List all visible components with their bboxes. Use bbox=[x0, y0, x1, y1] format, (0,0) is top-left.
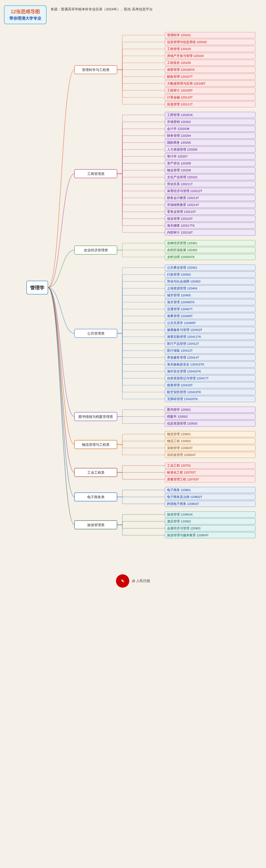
svg-text:公共管理类: 公共管理类 bbox=[87, 332, 105, 336]
svg-text:邮政管理 120107T: 邮政管理 120107T bbox=[167, 75, 193, 78]
svg-text:航空安防管理 120419TK: 航空安防管理 120419TK bbox=[167, 390, 201, 394]
svg-text:信息资源管理 120503: 信息资源管理 120503 bbox=[167, 422, 197, 425]
header-title-line2: 带你理清大学专业 bbox=[8, 16, 42, 21]
mindmap-container: 管理学管理科学与工程类管理科学 120101信息管理与信息系统 120102工程… bbox=[0, 27, 266, 565]
svg-text:图书馆学 120501: 图书馆学 120501 bbox=[167, 408, 191, 411]
svg-text:创业管理 120216T: 创业管理 120216T bbox=[167, 217, 193, 220]
svg-text:资产评估 120208: 资产评估 120208 bbox=[167, 161, 191, 165]
svg-text:农村区域发展 120302: 农村区域发展 120302 bbox=[167, 248, 197, 252]
svg-text:采购管理 120603T: 采购管理 120603T bbox=[167, 446, 193, 450]
svg-text:海事管理 120408T: 海事管理 120408T bbox=[167, 314, 193, 318]
svg-text:物业管理 120209: 物业管理 120209 bbox=[167, 169, 191, 172]
mindmap-svg: 管理学管理科学与工程类管理科学 120101信息管理与信息系统 120102工程… bbox=[0, 27, 266, 564]
footer-logo: 🗞️ bbox=[116, 574, 129, 588]
header-source: 来源：普通高等学校本科专业目录（2024年）、阳光 高考信息平台 bbox=[51, 5, 153, 12]
page-wrapper: 12张思维导图 带你理清大学专业 来源：普通高等学校本科专业目录（2024年）、… bbox=[0, 0, 266, 868]
svg-text:自然资源登记与管理 120417T: 自然资源登记与管理 120417T bbox=[167, 377, 209, 380]
svg-text:工商管理类: 工商管理类 bbox=[87, 172, 105, 176]
svg-text:交通管理 120407T: 交通管理 120407T bbox=[167, 307, 193, 311]
svg-text:旅游管理 120901K: 旅游管理 120901K bbox=[167, 513, 193, 516]
svg-text:国际商务 120205: 国际商务 120205 bbox=[167, 141, 191, 144]
footer-watermark: @ 人民日报 bbox=[132, 579, 150, 583]
svg-text:物流工程 120602: 物流工程 120602 bbox=[167, 439, 191, 443]
svg-text:土地资源管理 120404: 土地资源管理 120404 bbox=[167, 287, 197, 290]
svg-text:无障碍管理 120420TK: 无障碍管理 120420TK bbox=[167, 397, 198, 401]
svg-text:乡村治理 120303TK: 乡村治理 120303TK bbox=[167, 255, 195, 258]
footer-logo-text: 🗞️ bbox=[121, 579, 124, 583]
svg-text:医疗保险 120413T: 医疗保险 120413T bbox=[167, 349, 193, 352]
svg-text:审计学 120207: 审计学 120207 bbox=[167, 155, 188, 158]
header-title-box: 12张思维导图 带你理清大学专业 bbox=[4, 5, 47, 24]
svg-text:市场营销 120202: 市场营销 120202 bbox=[167, 120, 191, 123]
svg-text:行政管理 120402: 行政管理 120402 bbox=[167, 273, 191, 276]
svg-text:零售业管理 120215T: 零售业管理 120215T bbox=[167, 210, 196, 213]
svg-text:电子商务 120801: 电子商务 120801 bbox=[167, 488, 191, 492]
footer: 🗞️ @ 人民日报 bbox=[0, 570, 266, 592]
svg-text:海关管理 120406TK: 海关管理 120406TK bbox=[167, 300, 195, 304]
svg-text:海警后勤管理 120411TK: 海警后勤管理 120411TK bbox=[167, 335, 201, 338]
svg-text:工商管理 120201K: 工商管理 120201K bbox=[167, 113, 193, 117]
svg-text:房地产开发与管理 120104: 房地产开发与管理 120104 bbox=[167, 54, 204, 58]
svg-text:管理学: 管理学 bbox=[30, 285, 45, 290]
svg-text:管理科学与工程类: 管理科学与工程类 bbox=[82, 68, 110, 72]
svg-text:旅游管理类: 旅游管理类 bbox=[87, 523, 105, 527]
svg-text:市场销售教育 120214T: 市场销售教育 120214T bbox=[167, 203, 199, 207]
svg-text:海关验检疫安全 120415TK: 海关验检疫安全 120415TK bbox=[167, 363, 205, 366]
svg-text:工程造价 120105: 工程造价 120105 bbox=[167, 61, 191, 64]
svg-text:慈善管理 120418T: 慈善管理 120418T bbox=[167, 383, 193, 387]
svg-text:体育经济与管理 120212T: 体育经济与管理 120212T bbox=[167, 189, 202, 193]
svg-text:工程管理 120103: 工程管理 120103 bbox=[167, 48, 191, 51]
svg-text:质量管理工程 120703T: 质量管理工程 120703T bbox=[167, 478, 199, 481]
svg-text:健康服务与管理 120410T: 健康服务与管理 120410T bbox=[167, 328, 202, 332]
svg-text:跨境电子商务 120803T: 跨境电子商务 120803T bbox=[167, 502, 199, 505]
svg-text:农业经济管理类: 农业经济管理类 bbox=[84, 248, 108, 252]
svg-text:应急管理 120111T: 应急管理 120111T bbox=[167, 102, 193, 106]
svg-text:物流管理与工程类: 物流管理与工程类 bbox=[82, 443, 110, 446]
svg-text:会展经济与管理 120903: 会展经济与管理 120903 bbox=[167, 526, 201, 530]
svg-text:保密管理 120106TK: 保密管理 120106TK bbox=[167, 68, 195, 71]
svg-text:会计学 120203K: 会计学 120203K bbox=[167, 127, 190, 130]
svg-text:信息管理与信息系统 120102: 信息管理与信息系统 120102 bbox=[167, 40, 207, 43]
svg-text:档案学 120502: 档案学 120502 bbox=[167, 415, 188, 418]
svg-text:内部审计 120218T: 内部审计 120218T bbox=[167, 230, 193, 234]
svg-text:工程审计 120109T: 工程审计 120109T bbox=[167, 89, 193, 92]
svg-text:城市管理 120405: 城市管理 120405 bbox=[167, 293, 191, 297]
svg-text:人力资源管理 120206: 人力资源管理 120206 bbox=[167, 148, 197, 151]
svg-text:电子商务及法律 120802T: 电子商务及法律 120802T bbox=[167, 495, 202, 498]
svg-text:财务管理 120204: 财务管理 120204 bbox=[167, 134, 191, 137]
svg-text:养老服务管理 120414T: 养老服务管理 120414T bbox=[167, 356, 199, 359]
header-title-line1: 12张思维导图 bbox=[8, 8, 42, 15]
svg-text:物流管理 120601: 物流管理 120601 bbox=[167, 432, 191, 436]
svg-text:劳动关系 120211T: 劳动关系 120211T bbox=[167, 182, 193, 186]
svg-text:公共关系学 120409T: 公共关系学 120409T bbox=[167, 321, 196, 324]
svg-text:电子商务类: 电子商务类 bbox=[87, 495, 105, 499]
svg-text:海外安全管理 120416TK: 海外安全管理 120416TK bbox=[167, 370, 201, 373]
svg-text:供应链管理 120604T: 供应链管理 120604T bbox=[167, 453, 196, 457]
svg-text:酒店管理 120902: 酒店管理 120902 bbox=[167, 520, 191, 523]
svg-text:图书情报与档案管理类: 图书情报与档案管理类 bbox=[79, 415, 113, 419]
svg-text:旅游管理与服务教育 120904T: 旅游管理与服务教育 120904T bbox=[167, 533, 209, 537]
svg-text:劳动与社会保障 120403: 劳动与社会保障 120403 bbox=[167, 280, 201, 283]
svg-text:财务会计教育 120213T: 财务会计教育 120213T bbox=[167, 196, 199, 199]
svg-text:公共事业管理 120401: 公共事业管理 120401 bbox=[167, 266, 197, 269]
svg-text:计算金融 120110T: 计算金融 120110T bbox=[167, 96, 193, 99]
svg-text:医疗产品管理 120412T: 医疗产品管理 120412T bbox=[167, 342, 199, 345]
svg-text:标准化工程 120702T: 标准化工程 120702T bbox=[167, 471, 196, 474]
svg-text:工业工程 120701: 工业工程 120701 bbox=[167, 464, 191, 467]
header: 12张思维导图 带你理清大学专业 来源：普通高等学校本科专业目录（2024年）、… bbox=[0, 3, 266, 27]
svg-text:文化产业管理 120210: 文化产业管理 120210 bbox=[167, 175, 197, 179]
svg-text:工业工程类: 工业工程类 bbox=[87, 471, 105, 474]
svg-text:管理科学 120101: 管理科学 120101 bbox=[167, 33, 191, 37]
svg-text:海关稽查 120217TK: 海关稽查 120217TK bbox=[167, 224, 195, 227]
svg-text:农林经济管理 120301: 农林经济管理 120301 bbox=[167, 241, 197, 245]
svg-text:大数据管理与应用 120108T: 大数据管理与应用 120108T bbox=[167, 82, 206, 85]
